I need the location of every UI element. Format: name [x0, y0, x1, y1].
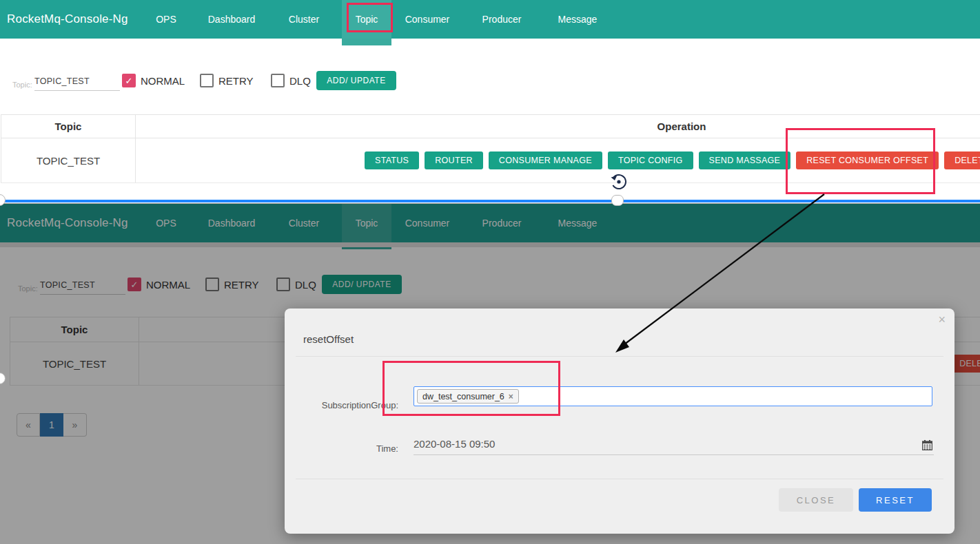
modal-header-divider: [296, 356, 943, 357]
normal-checkbox[interactable]: ✓: [122, 74, 136, 87]
subscription-group-label: SubscriptionGroup:: [312, 400, 398, 410]
time-label: Time:: [350, 443, 398, 454]
operation-column-header: Operation: [657, 121, 706, 132]
time-value: 2020-08-15 09:50: [414, 438, 495, 450]
selected-consumer-tag-text: dw_test_consumer_6: [422, 392, 504, 401]
nav-item-message[interactable]: Message: [540, 0, 615, 39]
time-input[interactable]: 2020-08-15 09:50: [414, 438, 934, 455]
topic-table: Topic Operation TOPIC_TEST STATUS ROUTER…: [1, 114, 980, 183]
retry-checkbox[interactable]: [200, 74, 214, 87]
nav-item-dashboard[interactable]: Dashboard: [197, 0, 266, 39]
refresh-icon[interactable]: [609, 171, 629, 195]
topic-cell: TOPIC_TEST: [37, 155, 100, 167]
status-button[interactable]: STATUS: [365, 151, 419, 169]
nav-item-ops[interactable]: OPS: [135, 0, 197, 39]
reset-offset-modal: × resetOffset SubscriptionGroup: dw_test…: [285, 308, 955, 534]
selection-handle-top[interactable]: [611, 195, 624, 206]
modal-footer-divider: [296, 479, 943, 479]
selected-consumer-tag: dw_test_consumer_6 ×: [417, 389, 519, 404]
consumer-manage-button[interactable]: CONSUMER MANAGE: [489, 151, 602, 169]
screenshot-stage: RocketMq-Console-Ng OPS Dashboard Cluste…: [0, 0, 980, 544]
brand-logo[interactable]: RocketMq-Console-Ng: [7, 12, 135, 26]
add-update-button[interactable]: ADD/ UPDATE: [316, 71, 396, 90]
nav-item-topic[interactable]: Topic: [342, 0, 391, 39]
nav-menu: OPS Dashboard Cluster Topic Consumer Pro…: [135, 0, 615, 39]
topic-field-label: Topic:: [12, 81, 32, 89]
subscription-group-select[interactable]: dw_test_consumer_6 ×: [414, 386, 932, 406]
delete-button[interactable]: DELETE: [944, 151, 980, 169]
nav-item-consumer[interactable]: Consumer: [391, 0, 463, 39]
topic-input[interactable]: TOPIC_TEST: [34, 76, 120, 91]
reset-consumer-offset-button[interactable]: RESET CONSUMER OFFSET: [796, 151, 939, 169]
dlq-checkbox[interactable]: [271, 74, 285, 87]
table-row: TOPIC_TEST STATUS ROUTER CONSUMER MANAGE…: [1, 138, 980, 183]
close-icon[interactable]: ×: [938, 313, 946, 327]
tag-remove-icon[interactable]: ×: [509, 392, 513, 401]
router-button[interactable]: ROUTER: [425, 151, 483, 169]
operation-buttons: STATUS ROUTER CONSUMER MANAGE TOPIC CONF…: [365, 151, 980, 169]
modal-close-button[interactable]: CLOSE: [779, 488, 853, 512]
send-message-button[interactable]: SEND MASSAGE: [699, 151, 791, 169]
calendar-icon[interactable]: [922, 440, 932, 453]
nav-item-cluster[interactable]: Cluster: [266, 0, 342, 39]
retry-checkbox-label: RETRY: [218, 75, 254, 87]
topic-config-button[interactable]: TOPIC CONFIG: [608, 151, 693, 169]
topic-column-header: Topic: [55, 121, 82, 132]
navbar: RocketMq-Console-Ng OPS Dashboard Cluste…: [0, 0, 980, 39]
modal-title: resetOffset: [303, 333, 354, 345]
normal-checkbox-label: NORMAL: [141, 75, 185, 87]
table-header-row: Topic Operation: [1, 114, 980, 138]
dlq-checkbox-label: DLQ: [289, 75, 311, 87]
modal-reset-button[interactable]: RESET: [859, 488, 932, 512]
nav-item-producer[interactable]: Producer: [463, 0, 540, 39]
selection-line: [0, 200, 980, 202]
